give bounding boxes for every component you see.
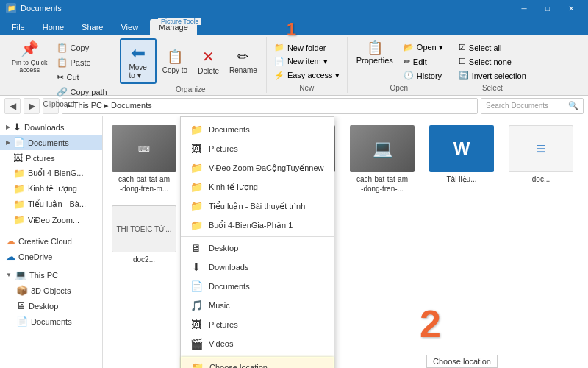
file-label-7: doc2...: [133, 255, 155, 264]
tab-view[interactable]: View: [112, 19, 147, 35]
sidebar-item-buoi4[interactable]: ▶ 📁 Buổi 4-BienG...: [0, 166, 102, 181]
choose-location-label: Choose location: [209, 363, 268, 368]
invert-label: Invert selection: [472, 71, 526, 80]
sidebar-item-video[interactable]: ▶ 📁 ViĐeo Zoom...: [0, 212, 102, 227]
file-label-5: Tài liệu...: [446, 174, 476, 184]
dropdown-item-videos[interactable]: 🎬 Videos: [181, 334, 334, 353]
3d-icon: 📦: [16, 285, 28, 296]
file-image-4: 💻: [350, 125, 415, 172]
easy-access-label: Easy access ▾: [287, 71, 340, 80]
new-item-icon: 📄: [274, 57, 284, 66]
tab-home[interactable]: Home: [34, 19, 73, 35]
select-none-icon: ☐: [459, 57, 466, 66]
properties-button[interactable]: 📋 Properties: [352, 38, 398, 66]
minimize-button[interactable]: ─: [513, 1, 535, 15]
folder-icon-5: 📁: [190, 200, 203, 212]
choose-location-footer: Choose location: [426, 355, 498, 368]
open-button[interactable]: 📂 Open ▾: [401, 41, 446, 54]
dropdown-label-documents: Documents: [209, 125, 250, 134]
file-image-6: ≡: [509, 125, 573, 172]
documents-icon: 📄: [13, 137, 25, 148]
dropdown-sep-2: [181, 355, 334, 355]
sidebar-item-thispc[interactable]: ▼ 💻 This PC: [0, 267, 102, 283]
dropdown-item-music[interactable]: 🎵 Music: [181, 296, 334, 315]
move-to-button[interactable]: ⬅ Moveto ▾ 1: [120, 38, 157, 84]
sidebar-item-kinhte[interactable]: ▶ 📁 Kinh tế lượng: [0, 181, 102, 197]
copy-label: Copy: [71, 43, 90, 52]
paste-button[interactable]: 📋 Paste: [54, 56, 110, 69]
cc-icon: ☁: [6, 236, 15, 247]
delete-button[interactable]: ✕ Delete: [193, 46, 223, 77]
dropdown-label-downloads: Downloads: [209, 263, 248, 272]
select-none-button[interactable]: ☐ Select none: [456, 55, 514, 68]
edit-button[interactable]: ✏ Edit: [401, 55, 446, 68]
dropdown-item-desktop[interactable]: 🖥 Desktop: [181, 238, 334, 258]
history-button[interactable]: 🕐 History: [401, 69, 446, 82]
rename-button[interactable]: ✏ Rename: [225, 47, 262, 76]
close-button[interactable]: ✕: [560, 1, 582, 15]
cut-label: Cut: [67, 73, 79, 82]
file-thumb-6[interactable]: ≡ doc...: [506, 122, 576, 197]
cut-button[interactable]: ✂ Cut: [54, 71, 110, 84]
scissors-icon: ✂: [57, 72, 64, 82]
delete-label: Delete: [198, 67, 219, 75]
downloads-dd-icon: ⬇: [190, 261, 203, 273]
buoi4-icon: 📁: [13, 168, 25, 179]
sidebar-item-documents[interactable]: ▶ 📄 Documents: [0, 135, 102, 150]
dropdown-label-video: ViĐeo Zoom ĐaCộngTuyếnnew: [209, 163, 323, 173]
tab-share[interactable]: Share: [73, 19, 112, 35]
dropdown-item-buoi4[interactable]: 📁 Buổi 4-BienGia-Phần 1: [181, 216, 334, 235]
sidebar-item-pictures[interactable]: ▶ 🖼 Pictures: [0, 150, 102, 166]
dropdown-item-docs[interactable]: 📄 Documents: [181, 277, 334, 296]
file-thumb-1[interactable]: ⌨ cach-bat-tat-am-dong-tren-m...: [109, 122, 179, 197]
new-folder-label: New folder: [287, 43, 326, 52]
sidebar-item-tieuluan[interactable]: ▶ 📁 Tiểu luận - Bà...: [0, 197, 102, 212]
dropdown-item-pictures[interactable]: 🖼 Pictures: [181, 139, 334, 158]
new-label: New: [271, 84, 343, 92]
sidebar-item-downloads[interactable]: ▶ ⬇ Downloads: [0, 119, 102, 135]
delete-icon: ✕: [202, 48, 215, 66]
choose-location-button[interactable]: 📁 Choose location...: [181, 357, 334, 368]
copy-button[interactable]: 📋 Copy: [54, 41, 110, 54]
documents-label: Documents: [28, 138, 69, 147]
dropdown-item-downloads[interactable]: ⬇ Downloads: [181, 258, 334, 277]
sidebar-item-onedrive[interactable]: ☁ OneDrive: [0, 249, 102, 264]
dropdown-item-video[interactable]: 📁 ViĐeo Zoom ĐaCộngTuyếnnew: [181, 158, 334, 177]
clipboard-label: Clipboard: [7, 100, 110, 108]
new-item-button[interactable]: 📄 New item ▾: [271, 55, 331, 68]
file-thumb-5[interactable]: W Tài liệu...: [426, 122, 497, 197]
pin-button[interactable]: 📌 Pin to Quickaccess: [7, 38, 52, 75]
dropdown-item-tieuluan[interactable]: 📁 Tiểu luận - Bài thuyết trình: [181, 197, 334, 216]
select-all-button[interactable]: ☑ Select all: [456, 41, 505, 54]
dropdown-label-buoi4: Buổi 4-BienGia-Phần 1: [209, 221, 293, 230]
dropdown-item-kinhte[interactable]: 📁 Kinh tế lượng: [181, 177, 334, 197]
window-title: Documents: [21, 4, 62, 13]
history-icon: 🕐: [404, 71, 414, 80]
address-path[interactable]: ▸ This PC ▸ Documents: [62, 98, 478, 114]
paste-icon: 📋: [57, 57, 68, 68]
dropdown-item-pics[interactable]: 🖼 Pictures: [181, 315, 334, 334]
copy-to-button[interactable]: 📋 Copy to: [158, 47, 192, 76]
tab-file[interactable]: File: [3, 19, 34, 35]
copy-path-button[interactable]: 🔗 Copy path: [54, 85, 110, 99]
sidebar-item-desktop[interactable]: 🖥 Desktop: [0, 298, 102, 314]
sidebar-item-3d[interactable]: 📦 3D Objects: [0, 283, 102, 298]
dropdown-menu: 📁 Documents 🖼 Pictures 📁 ViĐeo Zoom ĐaCộ…: [180, 116, 334, 368]
dropdown-item-documents[interactable]: 📁 Documents: [181, 120, 334, 139]
sidebar-item-docs2[interactable]: 📄 Documents: [0, 314, 102, 329]
file-thumb-4[interactable]: 💻 cach-bat-tat-am-dong-tren-...: [347, 122, 417, 197]
music-dd-icon: 🎵: [190, 300, 203, 311]
new-folder-button[interactable]: 📁 New folder: [271, 41, 329, 54]
sidebar-item-cc[interactable]: ☁ Creative Cloud: [0, 233, 102, 249]
edit-icon: ✏: [404, 57, 410, 66]
file-thumb-7[interactable]: THI TOEIC TỪ... doc2...: [109, 202, 179, 267]
invert-selection-button[interactable]: 🔄 Invert selection: [456, 69, 529, 82]
invert-icon: 🔄: [459, 71, 469, 80]
maximize-button[interactable]: □: [537, 1, 559, 15]
folder-icon-4: 📁: [190, 181, 203, 193]
easy-access-button[interactable]: ⚡ Easy access ▾: [271, 69, 343, 82]
search-box[interactable]: Search Documents 🔍: [481, 98, 584, 114]
select-all-icon: ☑: [459, 43, 466, 52]
move-icon: ⬅: [131, 43, 146, 63]
video-label: ViĐeo Zoom...: [28, 216, 79, 224]
